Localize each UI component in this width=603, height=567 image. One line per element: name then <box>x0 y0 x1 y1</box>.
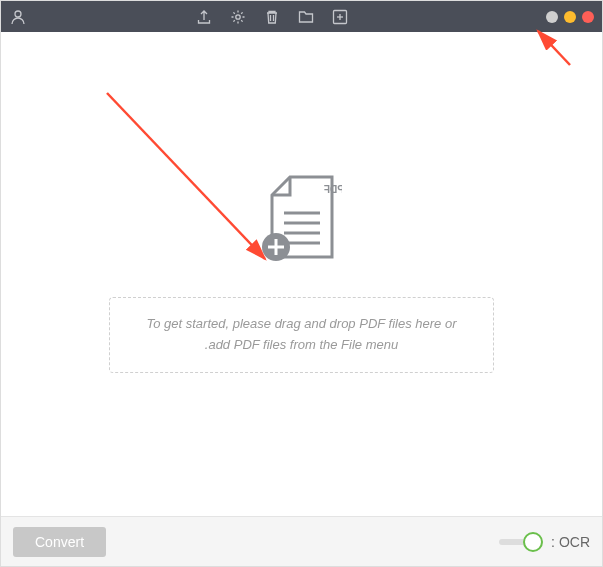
gear-icon[interactable] <box>230 9 246 25</box>
drop-hint-line: To get started, please drag and drop PDF… <box>146 314 456 335</box>
folder-icon[interactable] <box>298 9 314 25</box>
toolbar <box>196 9 348 25</box>
main-area: PDF To get started, please drag and drop… <box>2 32 601 516</box>
svg-point-5 <box>235 14 239 18</box>
maximize-window-icon[interactable] <box>546 11 558 23</box>
export-icon[interactable] <box>196 9 212 25</box>
close-window-icon[interactable] <box>582 11 594 23</box>
titlebar <box>1 1 602 32</box>
svg-text:PDF: PDF <box>324 184 342 195</box>
bottom-bar: OCR : Convert <box>1 516 602 566</box>
toggle-knob <box>523 532 543 552</box>
ocr-toggle[interactable] <box>499 532 543 552</box>
convert-button[interactable]: Convert <box>13 527 106 557</box>
ocr-label: OCR : <box>551 534 590 550</box>
svg-point-6 <box>15 11 21 17</box>
add-file-icon[interactable] <box>332 9 348 25</box>
minimize-window-icon[interactable] <box>564 11 576 23</box>
profile-icon[interactable] <box>9 8 27 26</box>
add-pdf-icon[interactable]: PDF <box>262 175 342 273</box>
drop-hint-line: add PDF files from the File menu. <box>146 335 456 356</box>
drop-hint-box[interactable]: To get started, please drag and drop PDF… <box>109 297 493 373</box>
trash-icon[interactable] <box>264 9 280 25</box>
window-controls <box>546 11 594 23</box>
